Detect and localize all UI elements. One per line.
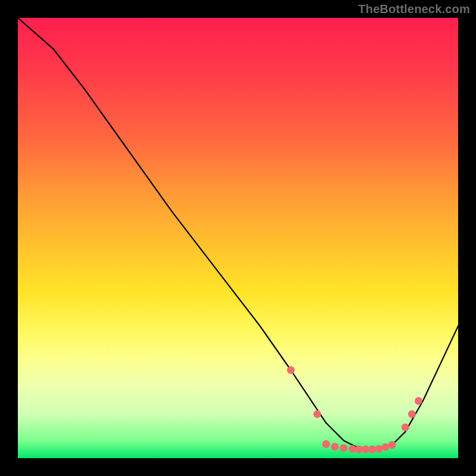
chart-container: TheBottleneck.com [0, 0, 476, 476]
attribution-label: TheBottleneck.com [358, 2, 470, 16]
marker-dot [402, 424, 409, 431]
marker-dot [381, 443, 389, 451]
plot-area [18, 18, 458, 458]
marker-dot [331, 443, 339, 450]
marker-dot [349, 445, 356, 453]
marker-dot [287, 367, 295, 374]
marker-dot [389, 441, 396, 449]
marker-dot [355, 446, 363, 453]
bottleneck-curve [18, 18, 458, 449]
chart-svg [18, 18, 458, 458]
marker-dot [340, 444, 347, 452]
marker-dot [415, 397, 422, 405]
marker-dot [362, 446, 369, 453]
marker-dot [368, 446, 376, 453]
marker-dot [408, 411, 416, 418]
marker-dot [314, 411, 321, 418]
marker-group [287, 367, 422, 453]
marker-dot [322, 440, 330, 448]
marker-dot [375, 445, 383, 453]
